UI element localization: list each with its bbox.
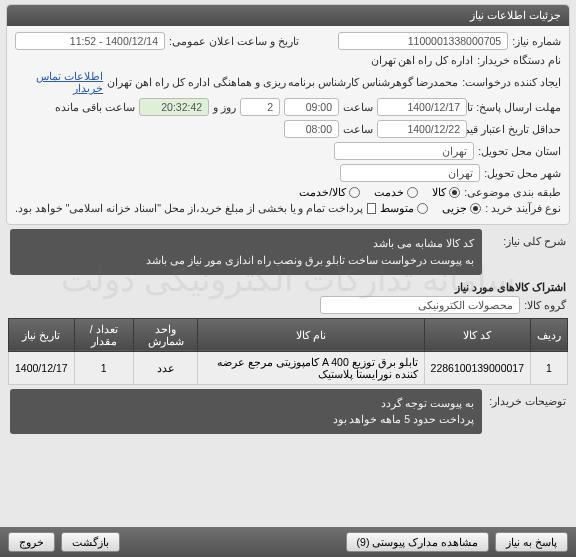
process-label: نوع فرآیند خرید :	[485, 202, 561, 214]
cell-date: 1400/12/17	[9, 351, 75, 384]
resp-time: 09:00	[284, 98, 339, 116]
days-value: 2	[240, 98, 280, 116]
radio-icon	[349, 187, 360, 198]
group-label: گروه کالا:	[524, 299, 566, 311]
radio-icon	[470, 203, 481, 214]
creator-value: محمدرضا گوهرشناس کارشناس برنامه ریزی و ه…	[107, 76, 458, 88]
th-unit: واحد شمارش	[133, 318, 198, 351]
days-label: روز و	[213, 101, 236, 113]
attachments-button[interactable]: مشاهده مدارک پیوستی (9)	[346, 532, 490, 552]
radio-icon	[407, 187, 418, 198]
deliver-loc-value: تهران	[340, 164, 480, 182]
remain-label: ساعت باقی مانده	[55, 101, 135, 113]
summary-line2: به پیوست درخواست ساخت تابلو برق ونصب راه…	[18, 252, 474, 269]
th-date: تاریخ نیاز	[9, 318, 75, 351]
buyer-org-label: نام دستگاه خریدار:	[477, 54, 561, 66]
summary-line1: کد کالا مشابه می باشد	[18, 235, 474, 252]
request-loc-value: تهران	[334, 142, 474, 160]
topic-service-radio[interactable]: خدمت	[374, 186, 418, 198]
radio-icon	[449, 187, 460, 198]
panel-body: شماره نیاز: 1100001338000705 تاریخ و ساع…	[7, 26, 569, 224]
cell-unit: عدد	[133, 351, 198, 384]
radio-icon	[417, 203, 428, 214]
group-value: محصولات الکترونیکی	[320, 296, 520, 314]
items-section-title: اشتراک کالاهای مورد نیاز	[10, 281, 566, 294]
request-loc-label: استان محل تحویل:	[478, 145, 561, 157]
deliver-loc-label: شهر محل تحویل:	[484, 167, 561, 179]
resp-date: 1400/12/17	[377, 98, 467, 116]
table-header-row: ردیف کد کالا نام کالا واحد شمارش تعداد /…	[9, 318, 568, 351]
th-code: کد کالا	[424, 318, 530, 351]
th-row: ردیف	[531, 318, 568, 351]
contact-link[interactable]: اطلاعات تماس خریدار	[15, 70, 103, 94]
process-radio-group: جزیی متوسط	[380, 202, 481, 214]
th-name: نام کالا	[198, 318, 424, 351]
topic-both-radio[interactable]: کالا/خدمت	[299, 186, 360, 198]
cell-idx: 1	[531, 351, 568, 384]
cell-name: تابلو برق توزیع A 400 کامپوزیتی مرجع عرض…	[198, 351, 424, 384]
items-table: ردیف کد کالا نام کالا واحد شمارش تعداد /…	[8, 318, 568, 385]
announce-label: تاریخ و ساعت اعلان عمومی:	[169, 35, 299, 47]
topic-goods-radio[interactable]: کالا	[432, 186, 460, 198]
reply-button[interactable]: پاسخ به نیاز	[495, 532, 568, 552]
price-valid-time: 08:00	[284, 120, 339, 138]
need-no-label: شماره نیاز:	[512, 35, 561, 47]
main-panel: جزئیات اطلاعات نیاز شماره نیاز: 11000013…	[6, 4, 570, 225]
cell-qty: 1	[74, 351, 133, 384]
price-valid-label: حداقل تاریخ اعتبار قیمت: تا تاریخ:	[471, 123, 561, 135]
resp-deadline-label: مهلت ارسال پاسخ: تا تاریخ:	[471, 101, 561, 113]
buyer-note-line1: به پیوست توجه گردد	[18, 395, 474, 412]
treasury-checkbox[interactable]	[367, 203, 376, 214]
price-valid-time-label: ساعت	[343, 123, 373, 135]
topic-class-label: طبقه بندی موضوعی:	[464, 186, 561, 198]
need-no-value: 1100001338000705	[338, 32, 508, 50]
exit-button[interactable]: خروج	[8, 532, 55, 552]
buyer-note-line2: پرداخت حدود 5 ماهه خواهد بود	[18, 411, 474, 428]
summary-label: شرح کلی نیاز:	[486, 229, 566, 247]
buyer-note-block: به پیوست توجه گردد پرداخت حدود 5 ماهه خو…	[10, 389, 482, 435]
footer-bar: پاسخ به نیاز مشاهده مدارک پیوستی (9) باز…	[0, 527, 576, 557]
buyer-note-label: توضیحات خریدار:	[486, 389, 566, 407]
summary-block: کد کالا مشابه می باشد به پیوست درخواست س…	[10, 229, 482, 275]
process-med-radio[interactable]: متوسط	[380, 202, 428, 214]
pay-note: پرداخت تمام و یا بخشی از مبلغ خرید،از مح…	[15, 202, 363, 214]
topic-radio-group: کالا خدمت کالا/خدمت	[299, 186, 460, 198]
th-qty: تعداد / مقدار	[74, 318, 133, 351]
back-button[interactable]: بازگشت	[61, 532, 120, 552]
cell-code: 2286100139000017	[424, 351, 530, 384]
countdown: 20:32:42	[139, 98, 209, 116]
process-low-radio[interactable]: جزیی	[442, 202, 481, 214]
buyer-org-value: اداره کل راه اهن تهران	[371, 54, 474, 66]
announce-value: 1400/12/14 - 11:52	[15, 32, 165, 50]
creator-label: ایجاد کننده درخواست:	[462, 76, 561, 88]
resp-time-label: ساعت	[343, 101, 373, 113]
table-row[interactable]: 1 2286100139000017 تابلو برق توزیع A 400…	[9, 351, 568, 384]
price-valid-date: 1400/12/22	[377, 120, 467, 138]
panel-title: جزئیات اطلاعات نیاز	[7, 5, 569, 26]
